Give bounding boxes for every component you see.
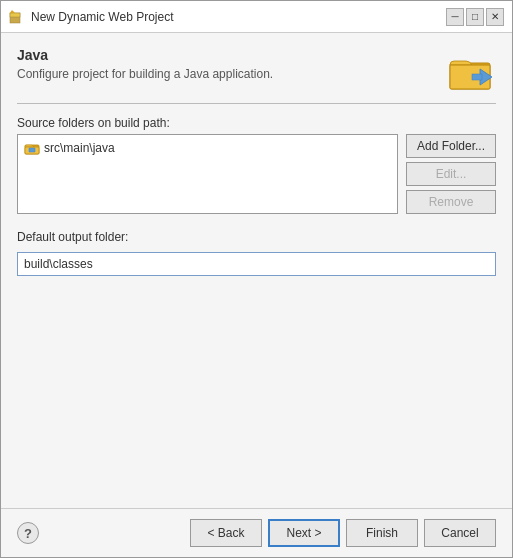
- svg-rect-9: [29, 148, 35, 152]
- dialog-window: New Dynamic Web Project ─ □ ✕ Java Confi…: [0, 0, 513, 558]
- folder-icon-large: [448, 51, 496, 91]
- minimize-button[interactable]: ─: [446, 8, 464, 26]
- source-folders-area: src\main\java Add Folder... Edit... Remo…: [17, 134, 496, 214]
- main-content: Java Configure project for building a Ja…: [1, 33, 512, 508]
- window-title: New Dynamic Web Project: [31, 10, 174, 24]
- output-folder-input[interactable]: [17, 252, 496, 276]
- svg-marker-2: [10, 10, 15, 13]
- close-button[interactable]: ✕: [486, 8, 504, 26]
- bottom-bar: ? < Back Next > Finish Cancel: [1, 508, 512, 557]
- source-label: Source folders on build path:: [17, 116, 496, 130]
- title-bar-controls: ─ □ ✕: [446, 8, 504, 26]
- finish-button[interactable]: Finish: [346, 519, 418, 547]
- header-section: Java Configure project for building a Ja…: [17, 47, 496, 91]
- next-button[interactable]: Next >: [268, 519, 340, 547]
- section-description: Configure project for building a Java ap…: [17, 67, 273, 81]
- list-item: src\main\java: [20, 137, 395, 159]
- back-button[interactable]: < Back: [190, 519, 262, 547]
- header-divider: [17, 103, 496, 104]
- header-text: Java Configure project for building a Ja…: [17, 47, 273, 81]
- edit-button[interactable]: Edit...: [406, 162, 496, 186]
- output-section: Default output folder:: [17, 230, 496, 276]
- title-bar-left: New Dynamic Web Project: [9, 9, 174, 25]
- nav-buttons: < Back Next > Finish Cancel: [190, 519, 496, 547]
- cancel-button[interactable]: Cancel: [424, 519, 496, 547]
- source-list: src\main\java: [17, 134, 398, 214]
- add-folder-button[interactable]: Add Folder...: [406, 134, 496, 158]
- maximize-button[interactable]: □: [466, 8, 484, 26]
- title-bar: New Dynamic Web Project ─ □ ✕: [1, 1, 512, 33]
- output-label: Default output folder:: [17, 230, 496, 244]
- section-title: Java: [17, 47, 273, 63]
- side-buttons: Add Folder... Edit... Remove: [406, 134, 496, 214]
- package-icon: [24, 140, 40, 156]
- svg-rect-6: [472, 74, 482, 80]
- source-item-text: src\main\java: [44, 141, 115, 155]
- svg-rect-1: [10, 13, 20, 17]
- remove-button[interactable]: Remove: [406, 190, 496, 214]
- wizard-icon: [9, 9, 25, 25]
- source-folders-section: Source folders on build path: src\main\j…: [17, 116, 496, 214]
- folder-svg-icon: [448, 51, 496, 91]
- help-button[interactable]: ?: [17, 522, 39, 544]
